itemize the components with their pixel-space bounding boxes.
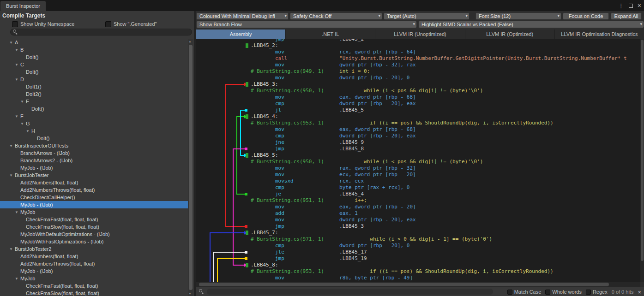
code-horizontal-scrollbar[interactable] bbox=[196, 282, 640, 287]
dropdown-label: Show Branch Flow bbox=[199, 22, 242, 27]
simd-highlight-dropdown[interactable]: Highlight SIMD Scalar vs Packed (False) … bbox=[418, 21, 644, 28]
tree-item[interactable]: ▼E bbox=[0, 98, 188, 105]
tree-item[interactable]: ▼H bbox=[0, 127, 188, 135]
tree-item[interactable]: MyJob - (IJob) bbox=[0, 201, 188, 208]
find-input[interactable] bbox=[207, 289, 493, 295]
tree-item[interactable]: DoIt() bbox=[0, 135, 188, 142]
tree-item-label: F bbox=[20, 113, 24, 119]
tree-item[interactable]: MyJobWithDefaultOptimizations - (IJob) bbox=[0, 231, 188, 238]
tree-scrollbar[interactable]: ▲ ▼ bbox=[188, 39, 193, 296]
tree-item[interactable]: ▼BurstJobTester2 bbox=[0, 245, 188, 253]
foldout-triangle-icon[interactable]: ▼ bbox=[9, 144, 15, 148]
checkbox-box[interactable] bbox=[507, 290, 512, 295]
regex-checkbox[interactable]: Regex bbox=[586, 289, 608, 295]
tree-item[interactable]: CheckFmaSlow(float, float, float) bbox=[0, 223, 188, 231]
tree-item[interactable]: MyJob - (IJob) bbox=[0, 267, 188, 275]
safety-check-dropdown[interactable]: Safety Check Off ▾ bbox=[290, 12, 382, 20]
code-line: mov rcx, qword ptr [rbp - 64] bbox=[251, 49, 627, 55]
tree-item[interactable]: ▼BurstJobTester bbox=[0, 172, 188, 179]
tree-item[interactable]: CheckFmaSlow(float, float, float) bbox=[0, 290, 188, 296]
foldout-triangle-icon[interactable]: ▼ bbox=[15, 48, 20, 52]
tree-item[interactable]: Add2NumbersThrows(float, float) bbox=[0, 186, 188, 194]
horizontal-scrollbar-thumb[interactable] bbox=[199, 283, 609, 286]
tree-item[interactable]: ▼BurstInspectorGUITests bbox=[0, 142, 188, 149]
tree-item[interactable]: CheckDirectCallHelper() bbox=[0, 194, 188, 201]
tab-llvm-ir-optimized[interactable]: LLVM IR (Optimized) bbox=[465, 30, 554, 39]
foldout-triangle-icon[interactable]: ▼ bbox=[9, 173, 15, 178]
checkbox-box[interactable] bbox=[105, 21, 111, 27]
code-line: # BurstString.cs(953, 1) if ((i == pos) … bbox=[251, 120, 627, 126]
tree-item[interactable]: ▼F bbox=[0, 112, 188, 120]
tab-llvm-ir-unoptimized[interactable]: LLVM IR (Unoptimized) bbox=[375, 30, 464, 39]
tree-item[interactable]: MyJob - (IJob) bbox=[0, 164, 188, 172]
checkbox-box[interactable] bbox=[12, 21, 18, 27]
foldout-triangle-icon[interactable]: ▼ bbox=[9, 247, 15, 251]
tree-item-label: BranchArrows - (IJob) bbox=[20, 150, 70, 156]
tree-item[interactable]: ▼C bbox=[0, 61, 188, 68]
whole-words-checkbox[interactable]: Whole words bbox=[545, 289, 582, 295]
targets-search-input[interactable] bbox=[10, 29, 192, 36]
tree-item-label: Add2Numbers(float, float) bbox=[20, 180, 78, 185]
tree-item-label: BurstJobTester bbox=[15, 172, 48, 178]
window-close-icon[interactable]: × bbox=[638, 2, 641, 9]
vertical-scrollbar-thumb[interactable] bbox=[641, 40, 644, 261]
code-line: # BurstString.cs(949, 1) int i = 0; bbox=[251, 68, 627, 75]
tree-item[interactable]: DoIt() bbox=[0, 105, 188, 112]
tree-item-label: H bbox=[31, 128, 35, 134]
checkbox-box[interactable] bbox=[586, 290, 591, 295]
tree-item[interactable]: DoIt1() bbox=[0, 83, 188, 90]
code-line: .LBB45_3: bbox=[251, 81, 627, 88]
tree-item[interactable]: CheckFmaFast(float, float, float) bbox=[0, 282, 188, 290]
tree-item[interactable]: CheckFmaFast(float, float, float) bbox=[0, 216, 188, 223]
tab-assembly[interactable]: Assembly bbox=[196, 30, 285, 39]
code-vertical-scrollbar[interactable] bbox=[640, 39, 644, 282]
foldout-triangle-icon[interactable]: ▼ bbox=[15, 210, 20, 214]
expand-all-button[interactable]: Expand All bbox=[611, 12, 642, 20]
close-find-icon[interactable]: × bbox=[638, 289, 641, 296]
target-dropdown[interactable]: Target (Auto) ▾ bbox=[384, 12, 469, 20]
tree-item[interactable]: ▼MyJob bbox=[0, 208, 188, 216]
match-case-checkbox[interactable]: Match Case bbox=[507, 289, 542, 295]
code-line: jle .LBB45_17 bbox=[251, 249, 627, 255]
foldout-triangle-icon[interactable]: ▼ bbox=[15, 114, 20, 118]
tree-item[interactable]: ▼D bbox=[0, 76, 188, 83]
tree-item[interactable]: Add2NumbersThrows(float, float) bbox=[0, 260, 188, 267]
tree-item[interactable]: DoIt() bbox=[0, 53, 188, 61]
tree-item[interactable]: DoIt() bbox=[0, 68, 188, 76]
checkbox-box[interactable] bbox=[545, 290, 550, 295]
tree-item[interactable]: Add2Numbers(float, float) bbox=[0, 179, 188, 186]
tree-item[interactable]: BranchArrows2 - (IJob) bbox=[0, 157, 188, 164]
tree-item-label: D bbox=[20, 77, 24, 82]
tab-net-il[interactable]: .NET IL bbox=[286, 30, 375, 39]
window-maximize-icon[interactable] bbox=[629, 4, 633, 8]
foldout-triangle-icon[interactable]: ▼ bbox=[20, 100, 26, 104]
tree-scrollbar-thumb[interactable] bbox=[189, 45, 193, 290]
focus-on-code-button[interactable]: Focus on Code bbox=[563, 12, 609, 20]
foldout-triangle-icon[interactable]: ▼ bbox=[26, 129, 31, 133]
tree-item[interactable]: Add2Numbers(float, float) bbox=[0, 253, 188, 260]
tree-item[interactable]: ▼MyJob bbox=[0, 275, 188, 282]
foldout-triangle-icon[interactable]: ▼ bbox=[9, 41, 15, 45]
branch-flow-dropdown[interactable]: Show Branch Flow ▾ bbox=[196, 21, 417, 28]
tree-item[interactable]: ▼G bbox=[0, 120, 188, 127]
tree-item[interactable]: ▼A bbox=[0, 39, 188, 46]
foldout-triangle-icon[interactable]: ▼ bbox=[15, 277, 20, 281]
foldout-triangle-icon[interactable]: ▼ bbox=[20, 122, 26, 126]
font-size-dropdown[interactable]: Font Size (12) ▾ bbox=[475, 12, 561, 20]
foldout-triangle-icon[interactable]: ▼ bbox=[15, 77, 20, 82]
tree-item[interactable]: MyJobWithFastOptimizations - (IJob) bbox=[0, 238, 188, 245]
tree-item[interactable]: BranchArrows - (IJob) bbox=[0, 149, 188, 157]
window-menu-icon[interactable]: ⋮ bbox=[618, 2, 624, 9]
foldout-triangle-icon[interactable]: ▼ bbox=[15, 63, 20, 67]
debug-info-dropdown[interactable]: Coloured With Minimal Debug Infi ▾ bbox=[196, 12, 289, 20]
show-unity-namespace-checkbox[interactable]: Show Unity Namespace bbox=[12, 20, 74, 28]
window-tab-burst-inspector[interactable]: Burst Inspector bbox=[0, 1, 46, 11]
show-generated-checkbox[interactable]: Show ".Generated" bbox=[105, 20, 156, 28]
tree-item[interactable]: ▼B bbox=[0, 46, 188, 53]
code-line: jmp .LBB45_19 bbox=[251, 255, 627, 262]
tab-llvm-ir-optimisation-diagnostics[interactable]: LLVM IR Optimisation Diagnostics bbox=[555, 30, 644, 39]
scroll-down-icon[interactable]: ▼ bbox=[188, 292, 192, 295]
tree-item[interactable]: DoIt2() bbox=[0, 90, 188, 98]
scroll-up-icon[interactable]: ▲ bbox=[188, 40, 192, 43]
dropdown-label: Target (Auto) bbox=[387, 13, 416, 19]
